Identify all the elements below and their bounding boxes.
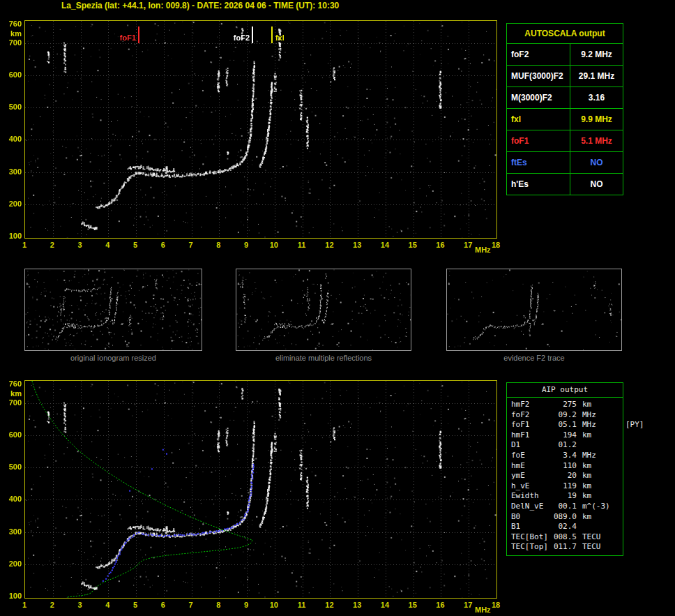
aip-parameter-unit: MHz (577, 420, 596, 430)
aip-output-table: AIP output hmF2275kmfoF209.2MHzfoF105.1M… (506, 382, 623, 556)
aip-table-row: h_vE119km (507, 481, 623, 492)
x-tick-label: 5 (128, 601, 142, 609)
aip-parameter-unit: km (577, 481, 591, 492)
aip-parameter-value: 02.4 (553, 522, 577, 532)
autoscala-table-row: M(3000)F23.16 (507, 87, 623, 109)
x-tick-label: 16 (433, 601, 447, 609)
aip-parameter-value: 05.1 (553, 420, 577, 430)
y-tick-label: 400 (2, 135, 22, 143)
autoscala-parameter-value: 29.1 MHz (570, 66, 623, 87)
aip-parameter-unit: km (577, 430, 591, 441)
thumbnail-caption: evidence F2 trace (446, 354, 622, 362)
aip-table-row: TEC[Bot]008.5TECU (507, 532, 623, 543)
aip-parameter-value: 089.0 (553, 512, 577, 523)
autoscala-parameter-name: MUF(3000)F2 (507, 66, 570, 87)
aip-table-row: hmE110km (507, 461, 623, 472)
aip-table-title: AIP output (507, 383, 623, 398)
x-tick-label: 13 (350, 601, 364, 609)
autoscala-parameter-value: 9.2 MHz (570, 44, 623, 65)
aip-parameter-name: hmF1 (507, 430, 553, 441)
aip-parameter-value: 00.1 (553, 502, 577, 512)
aip-parameter-value: 119 (553, 481, 577, 492)
aip-parameter-value: 008.5 (553, 532, 577, 543)
aip-parameter-unit: MHz (577, 451, 596, 461)
x-tick-label: 5 (128, 241, 142, 249)
x-tick-label: 17 (461, 601, 475, 609)
y-axis-unit-label: km (2, 29, 22, 38)
thumbnail-no-multiples-canvas (236, 269, 411, 350)
autoscala-parameter-name: foF1 (507, 130, 570, 151)
y-tick-label: 700 (2, 38, 22, 47)
x-tick-label: 10 (267, 241, 281, 249)
autoscala-table-row: foF29.2 MHz (507, 44, 623, 66)
aip-parameter-name: Ewidth (507, 491, 553, 502)
y-axis-unit-label: km (2, 389, 22, 398)
autoscala-table-row: MUF(3000)F229.1 MHz (507, 66, 623, 87)
x-tick-label: 9 (239, 241, 253, 249)
autoscala-table-row: fxl9.9 MHz (507, 109, 623, 130)
autoscala-parameter-value: NO (570, 174, 623, 195)
x-tick-label: 18 (489, 241, 503, 249)
aip-parameter-unit: km (577, 471, 591, 481)
autoscala-table-rows: foF29.2 MHzMUF(3000)F229.1 MHzM(3000)F23… (507, 44, 623, 195)
aip-parameter-unit: km (577, 491, 591, 502)
y-tick-label: 100 (2, 232, 22, 240)
x-tick-label: 3 (73, 241, 87, 249)
aip-parameter-value: 09.2 (553, 410, 577, 421)
aip-parameter-unit (577, 440, 582, 451)
aip-parameter-value: 194 (553, 430, 577, 441)
x-tick-label: 18 (489, 601, 503, 609)
x-tick-label: 6 (156, 241, 170, 249)
aip-parameter-name: hmF2 (507, 400, 553, 410)
autoscala-parameter-name: h'Es (507, 174, 570, 195)
aip-parameter-unit: TECU (577, 532, 601, 543)
x-tick-label: 1 (17, 241, 31, 249)
ionogram-main-plot: foF1 foF2 fxl (24, 20, 497, 239)
aip-parameter-name: foE (507, 451, 553, 461)
y-tick-label: 700 (2, 398, 22, 407)
fxl-marker-label: fxl (275, 33, 298, 42)
x-tick-label: 17 (461, 241, 475, 249)
aip-table-row: DelN_vE00.1m^(-3) (507, 502, 623, 512)
aip-table-row: hmF2275km (507, 400, 623, 410)
aip-parameter-value: 01.2 (553, 440, 577, 451)
aip-parameter-name: DelN_vE (507, 502, 553, 512)
aip-table-row: B102.4 (507, 522, 623, 532)
autoscala-parameter-value: NO (570, 152, 623, 173)
aip-parameter-unit: MHz (577, 410, 596, 421)
y-tick-label: 600 (2, 70, 22, 79)
x-tick-label: 14 (378, 601, 392, 609)
x-tick-label: 7 (184, 241, 198, 249)
aip-parameter-name: foF1 (507, 420, 553, 430)
x-tick-label: 14 (378, 241, 392, 249)
autoscala-table-row: foF15.1 MHz (507, 130, 623, 152)
y-tick-label: 600 (2, 430, 22, 439)
autoscala-parameter-name: foF2 (507, 44, 570, 65)
x-tick-label: 12 (322, 241, 336, 249)
autoscala-parameter-value: 3.16 (570, 87, 623, 108)
x-tick-label: 1 (17, 601, 31, 609)
aip-parameter-name: TEC[Bot] (507, 532, 553, 543)
aip-parameter-name: TEC[Top] (507, 542, 553, 553)
x-tick-label: 10 (267, 601, 281, 609)
page-title: La_Spezia (lat: +44.1, lon: 009.8) - DAT… (61, 1, 339, 10)
aip-parameter-value: 110 (553, 461, 577, 472)
aip-parameter-unit: km (577, 400, 591, 410)
ionogram-profile-plot (24, 380, 497, 599)
aip-parameter-name: B0 (507, 512, 553, 523)
y-tick-label: 760 (2, 20, 22, 28)
x-tick-label: 11 (295, 601, 309, 609)
aip-parameter-value: 275 (553, 400, 577, 410)
aip-table-row: TEC[Top]011.7TECU (507, 542, 623, 553)
aip-table-row: B0089.0km (507, 512, 623, 523)
aip-parameter-value: 20 (553, 471, 577, 481)
aip-table-row: foF209.2MHz (507, 410, 623, 421)
x-tick-label: 16 (433, 241, 447, 249)
y-tick-label: 200 (2, 559, 22, 568)
aip-parameter-name: foF2 (507, 410, 553, 421)
x-tick-label: 4 (100, 241, 114, 249)
aip-parameter-unit: km (577, 512, 591, 523)
y-tick-label: 300 (2, 527, 22, 536)
aip-parameter-value: 3.4 (553, 451, 577, 461)
y-tick-label: 760 (2, 380, 22, 388)
